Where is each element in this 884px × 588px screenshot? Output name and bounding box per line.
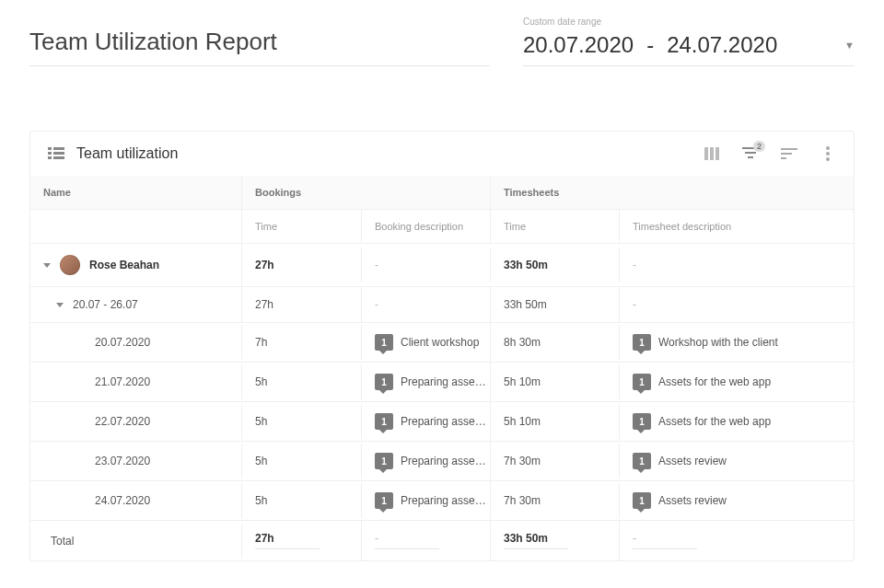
date-range-label: Custom date range (523, 17, 855, 27)
svg-rect-8 (715, 147, 719, 160)
total-label: Total (30, 524, 242, 559)
booking-desc-chip[interactable]: 1Preparing asse… (375, 453, 486, 469)
svg-rect-3 (53, 152, 64, 155)
timesheet-desc-text: Workshop with the client (658, 336, 778, 349)
timesheet-desc-text: Assets for the web app (658, 415, 771, 428)
comment-icon: 1 (375, 492, 393, 509)
timesheet-desc-text: Assets for the web app (658, 375, 771, 388)
comment-icon: 1 (375, 413, 393, 430)
day-row[interactable]: 21.07.20205h1Preparing asse…5h 10m1Asset… (30, 362, 854, 401)
day-date: 22.07.2020 (95, 415, 150, 428)
col-timesheet-time: Time (491, 209, 620, 243)
day-row[interactable]: 20.07.20207h1Client workshop8h 30m1Works… (30, 322, 854, 362)
day-booking-time: 5h (242, 364, 362, 399)
day-timesheet-time: 7h 30m (491, 444, 620, 478)
day-timesheet-time: 5h 10m (491, 364, 620, 399)
card-actions: 2 (703, 144, 837, 163)
list-view-icon[interactable] (47, 144, 65, 163)
svg-rect-12 (781, 148, 797, 150)
timesheet-desc-chip[interactable]: 1Assets for the web app (633, 413, 771, 430)
booking-desc-text: Preparing asse… (401, 415, 486, 428)
comment-icon: 1 (633, 492, 651, 509)
svg-rect-11 (748, 156, 753, 158)
svg-rect-0 (48, 147, 52, 150)
booking-desc-chip[interactable]: 1Client workshop (375, 334, 479, 351)
comment-icon: 1 (633, 413, 651, 430)
svg-point-17 (826, 157, 830, 161)
week-label: 20.07 - 26.07 (73, 298, 138, 311)
col-booking-desc: Booking description (362, 209, 491, 243)
caret-down-icon (43, 263, 51, 268)
booking-desc-chip[interactable]: 1Preparing asse… (375, 492, 486, 509)
report-title-input[interactable] (29, 22, 490, 66)
columns-icon[interactable] (703, 144, 721, 163)
day-date: 24.07.2020 (95, 494, 150, 507)
timesheet-desc-chip[interactable]: 1Assets review (633, 492, 727, 509)
date-range-picker[interactable]: 20.07.2020 - 24.07.2020 ▼ (523, 29, 855, 66)
svg-point-15 (826, 146, 830, 150)
avatar (60, 255, 80, 275)
card-title: Team utilization (76, 145, 178, 162)
day-timesheet-time: 8h 30m (491, 325, 620, 360)
person-timesheet-time: 33h 50m (491, 248, 620, 282)
sort-icon[interactable] (780, 144, 798, 163)
table-header-groups: Name Bookings Timesheets (30, 176, 854, 209)
day-row[interactable]: 24.07.20205h1Preparing asse…7h 30m1Asset… (30, 480, 854, 520)
week-booking-time: 27h (242, 287, 362, 322)
filter-badge: 2 (753, 141, 765, 152)
date-range-wrap: Custom date range 20.07.2020 - 24.07.202… (523, 17, 855, 66)
date-start: 20.07.2020 (523, 32, 634, 58)
comment-icon: 1 (375, 334, 393, 351)
day-booking-time: 5h (242, 483, 362, 518)
timesheet-desc-chip[interactable]: 1Workshop with the client (633, 334, 778, 351)
more-menu-icon[interactable] (819, 144, 837, 163)
svg-rect-6 (704, 147, 708, 160)
filter-icon[interactable]: 2 (741, 144, 760, 163)
total-row: Total 27h - 33h 50m - (30, 520, 854, 560)
col-timesheet-desc: Timesheet description (620, 209, 854, 243)
comment-icon: 1 (633, 334, 651, 351)
svg-rect-5 (53, 156, 64, 159)
card-header: Team utilization 2 (30, 132, 854, 176)
timesheet-desc-text: Assets review (658, 494, 727, 507)
day-timesheet-time: 5h 10m (491, 404, 620, 439)
day-booking-time: 5h (242, 404, 362, 439)
comment-icon: 1 (375, 374, 393, 390)
comment-icon: 1 (375, 453, 393, 469)
chevron-down-icon: ▼ (844, 40, 855, 51)
person-row[interactable]: Rose Beahan 27h - 33h 50m - (30, 243, 854, 286)
day-date: 20.07.2020 (95, 336, 150, 349)
day-date: 23.07.2020 (95, 455, 150, 467)
col-timesheets: Timesheets (491, 176, 854, 209)
utilization-card: Team utilization 2 Name Bookings Timeshe… (29, 131, 855, 561)
day-row[interactable]: 23.07.20205h1Preparing asse…7h 30m1Asset… (30, 441, 854, 480)
booking-desc-text: Preparing asse… (401, 494, 486, 507)
dash: - (375, 259, 378, 271)
svg-rect-1 (53, 147, 64, 150)
booking-desc-chip[interactable]: 1Preparing asse… (375, 413, 486, 430)
timesheet-desc-chip[interactable]: 1Assets review (633, 453, 727, 469)
day-booking-time: 7h (242, 325, 362, 360)
col-booking-time: Time (242, 209, 362, 243)
svg-rect-14 (781, 157, 786, 159)
col-bookings: Bookings (242, 176, 491, 209)
svg-rect-10 (745, 152, 756, 154)
day-date: 21.07.2020 (95, 375, 150, 388)
person-name: Rose Beahan (89, 259, 159, 271)
comment-icon: 1 (633, 374, 651, 390)
day-row[interactable]: 22.07.20205h1Preparing asse…5h 10m1Asset… (30, 401, 854, 441)
week-timesheet-time: 33h 50m (491, 287, 620, 322)
booking-desc-text: Client workshop (401, 336, 479, 349)
booking-desc-text: Preparing asse… (401, 375, 486, 388)
col-name: Name (30, 176, 242, 209)
comment-icon: 1 (633, 453, 651, 469)
svg-rect-7 (710, 147, 714, 160)
booking-desc-chip[interactable]: 1Preparing asse… (375, 374, 486, 390)
day-timesheet-time: 7h 30m (491, 483, 620, 518)
page-header: Custom date range 20.07.2020 - 24.07.202… (0, 0, 884, 66)
table-header-sub: Time Booking description Time Timesheet … (30, 209, 854, 243)
week-row[interactable]: 20.07 - 26.07 27h - 33h 50m - (30, 286, 854, 322)
timesheet-desc-chip[interactable]: 1Assets for the web app (633, 374, 771, 390)
dash: - (633, 259, 636, 271)
date-end: 24.07.2020 (667, 32, 777, 58)
